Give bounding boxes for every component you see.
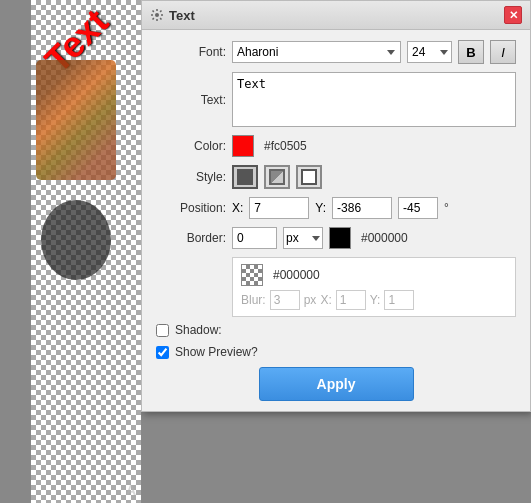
x-label: X:	[232, 201, 243, 215]
deg-symbol: °	[444, 201, 449, 215]
border-label: Border:	[156, 231, 226, 245]
close-button[interactable]: ✕	[504, 6, 522, 24]
text-row: Text: Text	[156, 72, 516, 127]
text-input[interactable]: Text	[232, 72, 516, 127]
font-size-select[interactable]: 24	[407, 41, 452, 63]
style-shadow-button[interactable]	[264, 165, 290, 189]
show-preview-checkbox[interactable]	[156, 346, 169, 359]
position-deg-input[interactable]	[398, 197, 438, 219]
position-x-input[interactable]	[249, 197, 309, 219]
border-unit-select[interactable]: px pt em	[283, 227, 323, 249]
color-row: Color: #fc0505	[156, 135, 516, 157]
style-solid-icon	[237, 169, 253, 185]
style-label: Style:	[156, 170, 226, 184]
color-swatch[interactable]	[232, 135, 254, 157]
font-select[interactable]: Aharoni	[232, 41, 401, 63]
blur-px-label: px	[304, 293, 317, 307]
blur-input[interactable]	[270, 290, 300, 310]
italic-button[interactable]: I	[490, 40, 516, 64]
dialog-body: Font: Aharoni 24 B I Text: Text Color: #…	[142, 30, 530, 411]
position-label: Position:	[156, 201, 226, 215]
dialog-title: Text	[169, 8, 195, 23]
shadow-y-label: Y:	[370, 293, 381, 307]
dialog-titlebar: Text ✕	[142, 1, 530, 30]
watermark: A	[126, 482, 136, 498]
style-outline-button[interactable]	[296, 165, 322, 189]
svg-point-0	[155, 13, 159, 17]
apply-button[interactable]: Apply	[259, 367, 414, 401]
shadow-color-value: #000000	[273, 268, 320, 282]
bold-button[interactable]: B	[458, 40, 484, 64]
dialog-title-left: Text	[150, 8, 195, 23]
canvas-mask	[41, 200, 111, 280]
style-outline-icon	[301, 169, 317, 185]
shadow-section: #000000 Blur: px X: Y:	[232, 257, 516, 317]
y-label: Y:	[315, 201, 326, 215]
color-value: #fc0505	[264, 139, 307, 153]
position-y-input[interactable]	[332, 197, 392, 219]
position-row: Position: X: Y: °	[156, 197, 516, 219]
style-solid-button[interactable]	[232, 165, 258, 189]
canvas-area: Text A	[31, 0, 141, 503]
style-row: Style:	[156, 165, 516, 189]
text-dialog: Text ✕ Font: Aharoni 24 B I Text: Text C…	[141, 0, 531, 412]
style-shadow-icon	[269, 169, 285, 185]
border-color-value: #000000	[361, 231, 408, 245]
font-row: Font: Aharoni 24 B I	[156, 40, 516, 64]
show-preview-label: Show Preview?	[175, 345, 258, 359]
shadow-color-swatch[interactable]	[241, 264, 263, 286]
shadow-checkbox[interactable]	[156, 324, 169, 337]
shadow-checkbox-label: Shadow:	[175, 323, 222, 337]
shadow-x-input[interactable]	[336, 290, 366, 310]
color-label: Color:	[156, 139, 226, 153]
canvas-image	[36, 60, 116, 180]
text-label: Text:	[156, 93, 226, 107]
border-value-input[interactable]	[232, 227, 277, 249]
font-label: Font:	[156, 45, 226, 59]
blur-label: Blur:	[241, 293, 266, 307]
border-color-swatch[interactable]	[329, 227, 351, 249]
border-row: Border: px pt em #000000	[156, 227, 516, 249]
shadow-blur-row: Blur: px X: Y:	[241, 290, 507, 310]
show-preview-row: Show Preview?	[156, 345, 516, 359]
shadow-x-label: X:	[320, 293, 331, 307]
shadow-color-row: #000000	[241, 264, 507, 286]
shadow-y-input[interactable]	[384, 290, 414, 310]
shadow-checkbox-row: Shadow:	[156, 323, 516, 337]
gear-icon	[150, 8, 164, 22]
